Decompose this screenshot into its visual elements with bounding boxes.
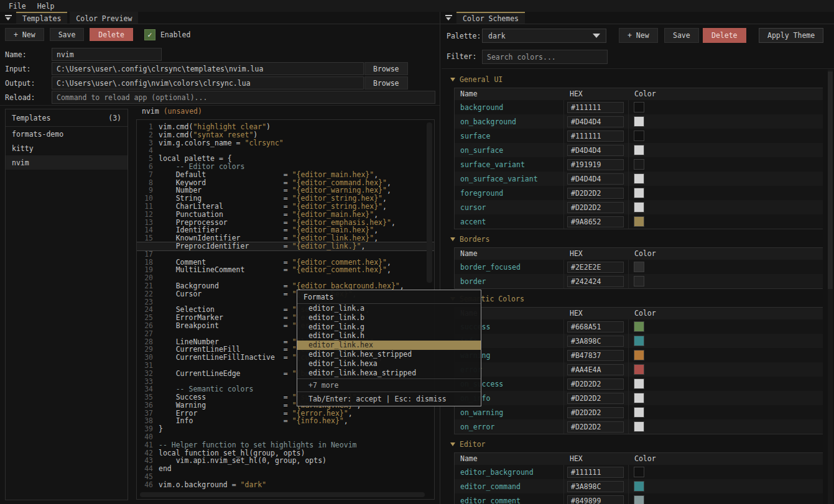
hex-value-field[interactable]: #3A898C — [567, 336, 624, 347]
line-number — [137, 242, 153, 250]
collapse-panel-icon[interactable] — [5, 15, 12, 21]
color-swatch-cell — [629, 362, 823, 377]
editor-horizontal-scrollbar[interactable] — [140, 492, 425, 497]
color-swatch[interactable] — [634, 159, 644, 170]
tab-color-schemes[interactable]: Color Schemes — [456, 12, 525, 24]
hex-value-field[interactable]: #191919 — [567, 159, 624, 170]
color-swatch[interactable] — [634, 216, 644, 227]
color-swatch[interactable] — [634, 102, 644, 112]
popup-item[interactable]: editor_link.hexa — [297, 359, 481, 369]
hex-value-field[interactable]: #D4D4D4 — [567, 116, 624, 127]
color-swatch[interactable] — [634, 467, 644, 477]
apply-theme-button[interactable]: Apply Theme — [759, 28, 823, 43]
hex-value-field[interactable]: #D2D2D2 — [567, 393, 624, 404]
new-template-button[interactable]: + New — [5, 28, 44, 41]
reload-command-field[interactable] — [52, 91, 435, 104]
hex-value-field[interactable]: #111111 — [567, 102, 624, 113]
code-line[interactable]: 38 Info = "{info.hex}", — [137, 417, 434, 425]
collapse-panel-icon[interactable] — [445, 15, 452, 21]
color-swatch[interactable] — [634, 173, 644, 184]
tab-templates[interactable]: Templates — [16, 12, 67, 24]
color-hex-cell: #D4D4D4 — [564, 143, 629, 157]
hex-value-field[interactable]: #849899 — [567, 495, 624, 504]
color-swatch[interactable] — [634, 131, 644, 141]
popup-item[interactable]: editor_link.b — [297, 313, 481, 323]
color-swatch[interactable] — [634, 378, 644, 389]
popup-item[interactable]: editor_link.hexa_stripped — [297, 369, 481, 378]
template-list-item[interactable]: kitty — [6, 141, 127, 155]
right-tab-row: Color Schemes — [440, 12, 834, 24]
section-header[interactable]: Editor — [450, 440, 823, 449]
input-browse-button[interactable]: Browse — [364, 62, 408, 75]
hex-value-field[interactable]: #111111 — [567, 467, 624, 478]
template-list-item[interactable]: nvim — [6, 155, 127, 170]
save-template-button[interactable]: Save — [50, 28, 85, 41]
popup-item[interactable]: editor_link.a — [297, 304, 481, 313]
code-line[interactable]: 44end — [137, 465, 434, 473]
color-swatch[interactable] — [634, 188, 644, 198]
color-swatch[interactable] — [634, 421, 644, 432]
color-swatch[interactable] — [634, 321, 644, 332]
hex-value-field[interactable]: #9A8652 — [567, 216, 624, 227]
hex-value-field[interactable]: #2E2E2E — [567, 262, 624, 273]
popup-item[interactable]: editor_link.hex — [297, 341, 481, 350]
popup-item[interactable]: editor_link.g — [297, 323, 481, 332]
hex-value-field[interactable]: #D2D2D2 — [567, 407, 624, 418]
color-swatch[interactable] — [634, 202, 644, 213]
menu-item-help[interactable]: Help — [37, 2, 55, 11]
code-line[interactable]: 46vim.o.background = "dark" — [137, 481, 434, 489]
template-name-input[interactable] — [52, 48, 162, 61]
hex-value-field[interactable]: #AA4E4A — [567, 364, 624, 375]
hex-value-field[interactable]: #D2D2D2 — [567, 378, 624, 390]
color-name: on_warning — [455, 405, 564, 419]
color-swatch[interactable] — [634, 350, 644, 360]
editor-vertical-scrollbar[interactable] — [427, 122, 432, 283]
hex-value-field[interactable]: #B47837 — [567, 350, 624, 361]
hex-value-field[interactable]: #111111 — [567, 131, 624, 142]
new-palette-button[interactable]: + New — [619, 28, 658, 43]
enabled-checkbox[interactable]: ✓ — [144, 29, 155, 40]
code-line[interactable]: 19 MultiLineComment = "{editor_comment.h… — [137, 266, 434, 274]
color-swatch[interactable] — [634, 393, 644, 403]
hex-value-field[interactable]: #242424 — [567, 276, 624, 287]
hex-value-field[interactable]: #D2D2D2 — [567, 188, 624, 199]
section-header[interactable]: Semantic Colors — [450, 295, 823, 303]
hex-value-field[interactable]: #D4D4D4 — [567, 173, 624, 185]
delete-palette-button[interactable]: Delete — [703, 28, 746, 43]
template-list-item[interactable]: formats-demo — [6, 127, 127, 141]
section-header[interactable]: General UI — [450, 75, 823, 84]
code-line[interactable]: PreprocIdentifier = "{editor_link.}", — [137, 242, 434, 250]
palette-dropdown[interactable]: dark — [482, 29, 606, 43]
hex-value-field[interactable]: #D4D4D4 — [567, 145, 624, 156]
hex-value-field[interactable]: #D2D2D2 — [567, 202, 624, 213]
color-swatch-cell — [629, 214, 823, 229]
color-swatch[interactable] — [634, 495, 644, 504]
menu-item-file[interactable]: File — [9, 2, 26, 11]
section-header[interactable]: Borders — [450, 235, 823, 244]
color-swatch[interactable] — [634, 407, 644, 418]
color-swatch[interactable] — [634, 481, 644, 492]
hex-value-field[interactable]: #D2D2D2 — [567, 421, 624, 433]
output-browse-button[interactable]: Browse — [364, 76, 408, 89]
color-filter-input[interactable] — [482, 50, 608, 64]
delete-template-button[interactable]: Delete — [90, 28, 133, 41]
tab-color-preview[interactable]: Color Preview — [70, 12, 138, 24]
output-path-field[interactable] — [52, 76, 364, 89]
code-line[interactable]: 39} — [137, 425, 434, 433]
hex-value-field[interactable]: #3A898C — [567, 481, 624, 492]
color-swatch[interactable] — [634, 336, 644, 346]
code-line[interactable]: 3vim.g.colors_name = "clrsync" — [137, 139, 434, 147]
save-palette-button[interactable]: Save — [664, 28, 699, 43]
hex-value-field[interactable]: #668A51 — [567, 321, 624, 332]
popup-item[interactable]: editor_link.h — [297, 331, 481, 341]
code-line[interactable]: 43 vim.api.nvim_set_hl(0, group, opts) — [137, 457, 434, 465]
color-swatch[interactable] — [634, 145, 644, 155]
color-swatch[interactable] — [634, 262, 644, 272]
color-swatch[interactable] — [634, 116, 644, 127]
color-row: accent#9A8652 — [455, 214, 823, 229]
input-path-field[interactable] — [52, 62, 364, 75]
color-swatch[interactable] — [634, 364, 644, 375]
popup-item[interactable]: editor_link.hex_stripped — [297, 350, 481, 359]
color-list-scrollbar[interactable] — [828, 70, 833, 504]
color-swatch[interactable] — [634, 276, 644, 286]
